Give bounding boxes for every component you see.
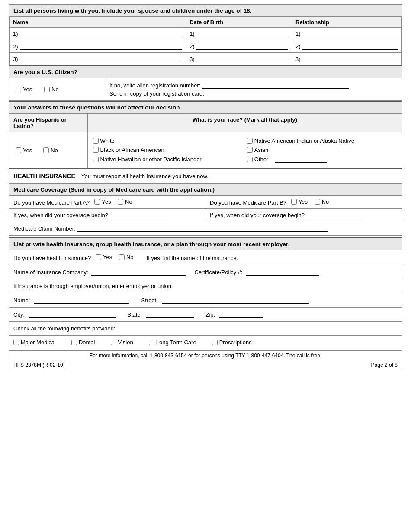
benefit-prescriptions-label[interactable]: Prescriptions: [212, 339, 252, 346]
race-asian-text: Asian: [254, 147, 269, 153]
person-3-rel-input[interactable]: [302, 55, 398, 62]
person-2-name-cell: 2): [10, 40, 186, 53]
ins-no-checkbox[interactable]: [119, 254, 125, 260]
ins-yes-label[interactable]: Yes: [96, 254, 112, 260]
benefit-major-medical-checkbox[interactable]: [13, 340, 19, 345]
medicare-b-no-label[interactable]: No: [315, 199, 329, 205]
hispanic-no-label[interactable]: No: [43, 147, 58, 154]
table-row: 1) 1) 1): [10, 28, 402, 40]
medicare-b-coverage-input[interactable]: [306, 212, 363, 218]
benefits-label: Check all the following benefits provide…: [13, 325, 116, 332]
cert-input[interactable]: [246, 269, 319, 276]
person-1-dob-num: 1): [189, 31, 195, 37]
medicare-a-yes-text: Yes: [102, 199, 111, 205]
person-2-rel-cell: 2): [292, 40, 402, 53]
person-3-rel-cell: 3): [292, 53, 402, 65]
col-header-rel: Relationship: [292, 17, 402, 28]
race-intro-header: Your answers to these questions will not…: [9, 102, 402, 114]
race-native-american-checkbox[interactable]: [247, 138, 253, 144]
person-3-dob-cell: 3): [186, 53, 292, 65]
medicare-header: Medicare Coverage (Send in copy of Medic…: [9, 184, 402, 196]
medicare-claim-input[interactable]: [77, 225, 328, 232]
benefit-long-term-care-label[interactable]: Long Term Care: [149, 339, 196, 346]
medicare-part-a-col: Do you have Medicare Part A? Yes No: [9, 196, 206, 208]
medicare-a-coverage-label: If yes, when did your coverage begin?: [13, 212, 108, 218]
person-2-name-input[interactable]: [20, 43, 183, 50]
benefit-vision-checkbox[interactable]: [111, 340, 116, 345]
state-input[interactable]: [146, 311, 194, 318]
race-white-checkbox[interactable]: [93, 138, 99, 144]
hispanic-yes-text: Yes: [23, 147, 32, 154]
citizen-yes-label[interactable]: Yes: [16, 86, 32, 93]
table-row: 2) 2) 2): [10, 40, 402, 53]
person-1-dob-input[interactable]: [196, 30, 288, 37]
race-label-header: What is your race? (Mark all that apply): [88, 114, 402, 132]
city-label: City:: [13, 311, 25, 318]
race-other-input[interactable]: [275, 156, 327, 163]
employer-street-label: Street:: [141, 297, 158, 304]
benefit-major-medical-text: Major Medical: [21, 339, 56, 346]
benefit-major-medical-label[interactable]: Major Medical: [13, 339, 56, 346]
person-2-dob-input[interactable]: [196, 43, 288, 50]
race-hawaiian-label[interactable]: Native Hawaiian or other Pacific Islande…: [93, 156, 238, 163]
hispanic-no-checkbox[interactable]: [43, 147, 49, 153]
benefit-prescriptions-text: Prescriptions: [219, 339, 252, 346]
person-1-name-input[interactable]: [20, 30, 183, 37]
medicare-a-coverage-col: If yes, when did your coverage begin?: [9, 209, 206, 221]
race-black-checkbox[interactable]: [93, 147, 99, 153]
race-hawaiian-text: Native Hawaiian or other Pacific Islande…: [100, 156, 202, 163]
employer-street-input[interactable]: [162, 297, 309, 304]
benefit-dental-text: Dental: [79, 339, 95, 346]
race-other-checkbox[interactable]: [247, 157, 253, 162]
alien-number-input[interactable]: [202, 82, 349, 89]
race-other-label[interactable]: Other: [247, 156, 269, 163]
race-black-text: Black or African American: [100, 147, 164, 153]
benefit-vision-label[interactable]: Vision: [111, 339, 133, 346]
medicare-b-coverage-col: If yes, when did your coverage begin?: [206, 209, 402, 221]
medicare-a-no-label[interactable]: No: [118, 199, 132, 205]
hispanic-yes-label[interactable]: Yes: [16, 147, 32, 154]
benefit-long-term-care-checkbox[interactable]: [149, 340, 154, 345]
hispanic-yes-checkbox[interactable]: [16, 147, 21, 153]
employer-name-input[interactable]: [34, 297, 129, 304]
citizen-yes-checkbox[interactable]: [16, 87, 21, 92]
person-1-rel-num: 1): [295, 31, 301, 37]
medicare-a-yes-label[interactable]: Yes: [94, 199, 111, 205]
race-native-american-label[interactable]: Native American Indian or Alaska Native: [247, 138, 392, 144]
medicare-a-coverage-input[interactable]: [110, 212, 166, 218]
medicare-a-no-text: No: [125, 199, 132, 205]
person-1-rel-input[interactable]: [302, 30, 398, 37]
person-3-name-input[interactable]: [20, 55, 183, 62]
benefit-dental-checkbox[interactable]: [71, 340, 77, 345]
person-1-num: 1): [13, 31, 18, 37]
person-3-dob-input[interactable]: [196, 55, 288, 62]
col-header-name: Name: [10, 17, 186, 28]
medicare-a-no-checkbox[interactable]: [118, 199, 123, 205]
person-3-dob-num: 3): [189, 56, 195, 62]
ins-yes-checkbox[interactable]: [96, 254, 101, 260]
citizen-no-checkbox[interactable]: [44, 87, 50, 92]
medicare-b-yes-checkbox[interactable]: [291, 199, 297, 205]
medicare-b-yes-label[interactable]: Yes: [291, 199, 308, 205]
medicare-b-no-checkbox[interactable]: [315, 199, 320, 205]
race-white-label[interactable]: White: [93, 138, 238, 144]
benefit-dental-label[interactable]: Dental: [71, 339, 95, 346]
employer-name-label: Name:: [13, 297, 30, 304]
race-hawaiian-checkbox[interactable]: [93, 157, 99, 162]
zip-input[interactable]: [219, 311, 263, 318]
medicare-a-yes-checkbox[interactable]: [94, 199, 100, 205]
company-input[interactable]: [91, 269, 186, 276]
citizen-no-label[interactable]: No: [44, 86, 59, 93]
form-number: HFS 2378M (R-02-10): [13, 362, 65, 368]
ins-no-label[interactable]: No: [119, 254, 134, 260]
medicare-b-yes-text: Yes: [299, 199, 308, 205]
person-2-rel-input[interactable]: [302, 43, 398, 50]
race-black-label[interactable]: Black or African American: [93, 147, 238, 153]
benefit-prescriptions-checkbox[interactable]: [212, 340, 218, 345]
benefits-checkboxes-row: Major Medical Dental Vision Long Term Ca…: [9, 336, 402, 350]
city-input[interactable]: [29, 311, 116, 318]
alien-note: Send in copy of your registration card.: [109, 90, 204, 97]
race-asian-checkbox[interactable]: [247, 147, 253, 153]
race-asian-label[interactable]: Asian: [247, 147, 392, 153]
ins-no-text: No: [126, 254, 134, 260]
